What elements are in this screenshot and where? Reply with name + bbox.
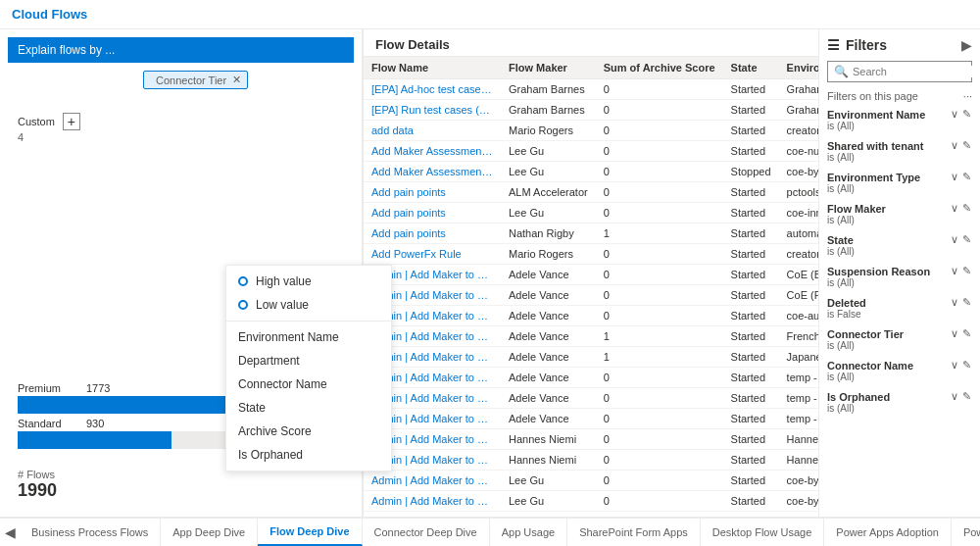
connector-tier-tag[interactable]: Connector Tier ✕ (143, 71, 248, 89)
filter-item-name: Flow Maker (827, 203, 886, 215)
add-button[interactable]: + (63, 113, 80, 130)
custom-label: Custom (18, 116, 55, 127)
tab-power[interactable]: Power (952, 519, 980, 546)
search-input[interactable] (853, 66, 980, 77)
filter-edit-btn[interactable]: ✎ (961, 139, 972, 152)
cell-flow-name[interactable]: Add pain points (364, 182, 501, 203)
filter-chevron-btn[interactable]: ∨ (950, 390, 959, 403)
table-wrapper[interactable]: Flow Name Flow Maker Sum of Archive Scor… (364, 57, 818, 517)
table-row: Add pain points Nathan Rigby 1 Started a… (364, 223, 818, 244)
tag-label: Connector Tier (156, 74, 226, 86)
filter-edit-btn[interactable]: ✎ (961, 202, 972, 215)
filters-title-row: ☰ Filters ▶ (827, 37, 972, 53)
cell-env: pctools-validation (779, 182, 818, 203)
filter-chevron-btn[interactable]: ∨ (950, 359, 959, 372)
filter-item-header: State ∨ ✎ (827, 233, 972, 246)
filter-edit-btn[interactable]: ✎ (961, 359, 972, 372)
filter-item: Environment Name ∨ ✎ is (All) (827, 108, 972, 131)
table-body: [EPA] Ad-hoc test case run Graham Barnes… (364, 79, 818, 518)
filters-more-icon[interactable]: ··· (963, 90, 972, 102)
table-row: Admin | Add Maker to Group Adele Vance 0… (364, 265, 818, 285)
table-row: add data Mario Rogers 0 Started creator-… (364, 121, 818, 141)
cell-flow-name[interactable]: [EPA] Run test cases (child) (364, 100, 501, 121)
cell-flow-name[interactable]: Add pain points (364, 223, 501, 244)
filter-item-value: is (All) (827, 121, 972, 131)
radio-dot-high (238, 276, 248, 286)
cell-flow-name[interactable]: Add pain points (364, 203, 501, 223)
filter-item-icons: ∨ ✎ (950, 327, 972, 340)
cell-state: Started (723, 326, 779, 347)
tab-sharepoint-form-apps[interactable]: SharePoint Form Apps (567, 519, 701, 546)
standard-count: 930 (86, 418, 121, 429)
filter-item-name: Connector Name (827, 360, 913, 372)
cell-maker: Hannes Niemi (501, 450, 596, 471)
filter-item-name: Environment Name (827, 109, 925, 121)
cell-env: coe-innovation-backlog-compo (779, 203, 818, 223)
filters-collapse-button[interactable]: ▶ (961, 37, 972, 53)
dropdown-high-value[interactable]: High value (226, 270, 391, 293)
filter-edit-btn[interactable]: ✎ (961, 296, 972, 309)
filter-edit-btn[interactable]: ✎ (961, 108, 972, 121)
filter-edit-btn[interactable]: ✎ (961, 327, 972, 340)
search-box[interactable]: 🔍 (827, 61, 972, 82)
filter-edit-btn[interactable]: ✎ (961, 171, 972, 183)
filter-chevron-btn[interactable]: ∨ (950, 108, 959, 121)
filter-item-header: Suspension Reason ∨ ✎ (827, 265, 972, 277)
dropdown-environment-name[interactable]: Environment Name (226, 325, 391, 349)
tab-flow-deep-dive[interactable]: Flow Deep Dive (258, 519, 362, 546)
tab-power-apps-adoption[interactable]: Power Apps Adoption (824, 519, 952, 546)
cell-score: 0 (596, 203, 723, 223)
filter-chevron-btn[interactable]: ∨ (950, 171, 959, 183)
cell-flow-name[interactable]: Add Maker Assessment Starter Data (364, 162, 501, 182)
filter-chevron-btn[interactable]: ∨ (950, 139, 959, 152)
filter-chevron-btn[interactable]: ∨ (950, 202, 959, 215)
cell-flow-name[interactable]: [EPA] Ad-hoc test case run (364, 79, 501, 100)
cell-flow-name[interactable]: Admin | Add Maker to Group (364, 512, 501, 518)
cell-score: 0 (596, 512, 723, 518)
cell-state: Started (723, 347, 779, 368)
filter-chevron-btn[interactable]: ∨ (950, 327, 959, 340)
cell-flow-name[interactable]: Add Maker Assessment Starter Data (364, 141, 501, 162)
cell-env: creator-kit-dev (779, 121, 818, 141)
filter-chevron-btn[interactable]: ∨ (950, 233, 959, 246)
tab-desktop-flow-usage[interactable]: Desktop Flow Usage (701, 519, 825, 546)
cell-flow-name[interactable]: Add PowerFx Rule (364, 244, 501, 265)
dropdown-department[interactable]: Department (226, 349, 391, 372)
dropdown-is-orphaned[interactable]: Is Orphaned (226, 443, 391, 467)
tab-app-usage[interactable]: App Usage (490, 519, 567, 546)
cell-flow-name[interactable]: add data (364, 121, 501, 141)
cell-flow-name[interactable]: Admin | Add Maker to Group (364, 491, 501, 512)
tag-close-icon[interactable]: ✕ (232, 74, 241, 86)
col-state: State (723, 57, 779, 79)
cell-env: coe-nurture-components-dev (779, 141, 818, 162)
filter-item-header: Connector Tier ∨ ✎ (827, 327, 972, 340)
filter-edit-btn[interactable]: ✎ (961, 390, 972, 403)
dropdown-archive-score[interactable]: Archive Score (226, 420, 391, 443)
cell-maker: Adele Vance (501, 265, 596, 285)
filter-item-icons: ∨ ✎ (950, 233, 972, 246)
table-row: Admin | Add Maker to Group Adele Vance 1… (364, 347, 818, 368)
cell-score: 1 (596, 223, 723, 244)
cell-flow-name[interactable]: Admin | Add Maker to Group (364, 471, 501, 491)
tab-business-process-flows[interactable]: Business Process Flows (20, 519, 161, 546)
cell-maker: Adele Vance (501, 326, 596, 347)
filter-item-header: Is Orphaned ∨ ✎ (827, 390, 972, 403)
dropdown-state[interactable]: State (226, 396, 391, 420)
filter-edit-btn[interactable]: ✎ (961, 265, 972, 277)
cell-maker: Adele Vance (501, 347, 596, 368)
tab-connector-deep-dive[interactable]: Connector Deep Dive (363, 519, 490, 546)
dropdown-connector-name[interactable]: Connector Name (226, 372, 391, 396)
dropdown-low-value[interactable]: Low value (226, 293, 391, 317)
filter-edit-btn[interactable]: ✎ (961, 233, 972, 246)
filter-chevron-btn[interactable]: ∨ (950, 265, 959, 277)
cell-maker: Adele Vance (501, 409, 596, 429)
table-row: [EPA] Ad-hoc test case run Graham Barnes… (364, 79, 818, 100)
low-value-label: Low value (256, 298, 309, 312)
filter-items-container: Environment Name ∨ ✎ is (All) Shared wit… (827, 108, 972, 422)
cell-maker: Nathan Rigby (501, 223, 596, 244)
tab-app-deep-dive[interactable]: App Deep Dive (161, 519, 258, 546)
filter-chevron-btn[interactable]: ∨ (950, 296, 959, 309)
tab-nav-left[interactable]: ◀ (0, 519, 20, 546)
table-row: Admin | Add Maker to Group Adele Vance 0… (364, 306, 818, 326)
explain-header[interactable]: Explain flows by ... (8, 37, 354, 63)
